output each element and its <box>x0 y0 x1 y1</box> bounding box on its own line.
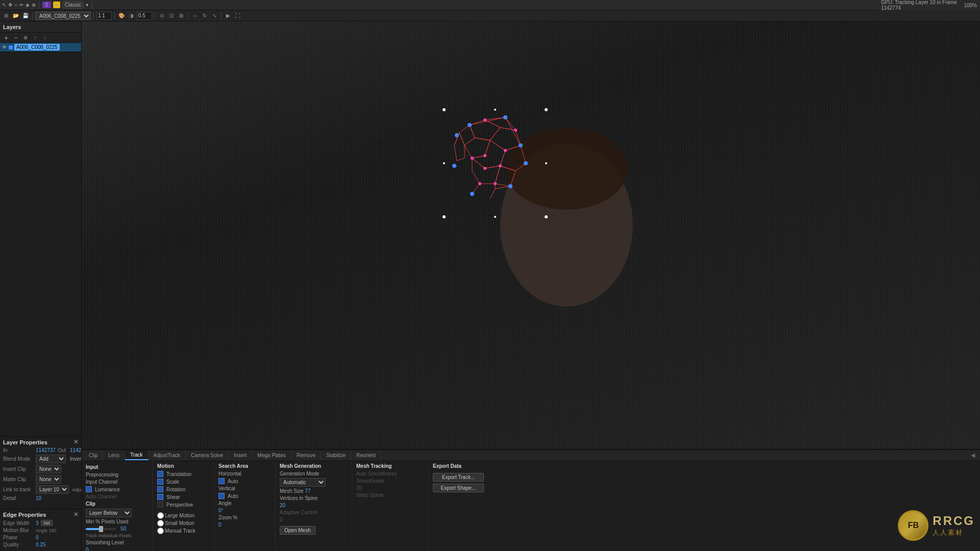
tab-megaplates[interactable]: Mega Plates <box>252 451 291 460</box>
zoom-label: Zoom % <box>218 515 237 520</box>
link-to-track-select[interactable]: Layer 10 <box>36 485 69 494</box>
move-down-icon[interactable]: ↓ <box>41 34 49 42</box>
wireframe-icon[interactable]: ⊡ <box>167 12 176 20</box>
tab-lens[interactable]: Lens <box>103 451 125 460</box>
tool-icon[interactable]: ↖ <box>2 2 6 8</box>
color-icon[interactable]: 🎨 <box>117 12 126 20</box>
adjust-icon[interactable]: ◑ <box>127 12 135 20</box>
transform-icon[interactable]: ↔ <box>191 12 199 20</box>
tab-track[interactable]: Track <box>125 450 149 460</box>
shear-checkbox[interactable] <box>157 494 163 500</box>
in-label: In <box>3 447 34 453</box>
rotate-icon[interactable]: ↻ <box>201 12 209 20</box>
close-layer-props-icon[interactable]: ✕ <box>74 439 78 445</box>
matte-clip-select[interactable]: None <box>36 475 61 484</box>
open-icon[interactable]: 📂 <box>12 12 20 20</box>
dup-layer-icon[interactable]: ⊕ <box>21 34 30 42</box>
angle-label: Angle <box>218 500 232 506</box>
fullscreen-icon[interactable]: ⛶ <box>234 12 242 20</box>
zoom-input[interactable] <box>96 12 112 20</box>
vertices-val[interactable]: 20 <box>280 503 285 508</box>
mode-dropdown[interactable]: Classic <box>62 1 84 9</box>
tool-icon3[interactable]: ○ <box>14 2 17 8</box>
blend-mode-select[interactable]: Add Normal <box>36 455 66 463</box>
save-icon[interactable]: 💾 <box>21 12 30 20</box>
svg-point-42 <box>483 167 486 170</box>
min-pixels-slider[interactable] <box>86 528 116 530</box>
in-value[interactable]: 1142737 <box>36 447 56 453</box>
mode-arrow[interactable]: ▾ <box>86 2 88 8</box>
new-icon[interactable]: ⊞ <box>2 12 10 20</box>
mesh-size-val[interactable]: 77 <box>305 488 310 494</box>
tab-insert[interactable]: Insert <box>229 451 252 460</box>
layer-eye-icon[interactable]: 👁 <box>2 44 7 50</box>
view-icon[interactable]: ⊙ <box>158 12 166 20</box>
export-shape-btn[interactable]: Export Shape... <box>433 484 484 492</box>
translation-checkbox[interactable] <box>157 471 163 477</box>
add-layer-icon[interactable]: + <box>2 34 10 42</box>
export-track-btn[interactable]: Export Track... <box>433 473 484 482</box>
preprocessing-row: Preprocessing <box>86 472 149 478</box>
manual-track-radio[interactable]: Manual Track <box>157 528 210 534</box>
svg-point-33 <box>470 192 474 196</box>
large-motion-radio[interactable]: Large Motion <box>157 512 210 519</box>
play-icon[interactable]: ▶ <box>224 12 232 20</box>
quality-value[interactable]: 0.25 <box>36 542 45 547</box>
tab-adjusttrack[interactable]: AdjustTrack <box>149 451 186 460</box>
tool-icon2[interactable]: ✥ <box>8 2 12 8</box>
svg-point-31 <box>524 161 528 165</box>
clip-dropdown[interactable]: A006_C008_0225 <box>35 12 91 20</box>
collapse-params-icon[interactable]: ◀ <box>968 452 978 459</box>
luminance-checkbox[interactable] <box>86 486 92 492</box>
tab-clip[interactable]: Clip <box>84 451 103 460</box>
tool-icon5[interactable]: ◈ <box>26 2 30 8</box>
tab-reorient[interactable]: Reorient <box>351 451 381 460</box>
svg-point-9 <box>443 162 445 164</box>
gen-mode-select[interactable]: Automatic Manual <box>280 478 326 487</box>
auto-smooth-row: Auto Smoothness <box>356 471 424 477</box>
open-mesh-btn[interactable]: Open Mesh <box>280 526 315 535</box>
main-layout: Layers + − ⊕ ↑ ↓ 👁 A006_C008_0225 Layer … <box>0 21 980 551</box>
tab-camerasolve[interactable]: Camera Solve <box>186 451 229 460</box>
zoom-level: 100% <box>964 3 977 8</box>
edge-width-value[interactable]: 3 <box>36 520 39 526</box>
smoothing-value[interactable]: 0 <box>86 547 89 551</box>
perspective-label: Perspective <box>166 502 193 508</box>
scale-checkbox[interactable] <box>157 479 163 485</box>
vertical-auto-check[interactable] <box>218 493 225 499</box>
angle-val[interactable]: 0° <box>218 508 224 513</box>
move-up-icon[interactable]: ↑ <box>31 34 39 42</box>
logo-brand: RRCG <box>933 514 975 528</box>
horizontal-auto-check[interactable] <box>218 478 225 484</box>
small-motion-input[interactable] <box>157 520 164 527</box>
insert-clip-select[interactable]: None <box>36 465 61 473</box>
perspective-checkbox[interactable] <box>157 502 163 508</box>
scale-icon[interactable]: ⤡ <box>210 12 218 20</box>
set-btn[interactable]: Set <box>41 520 53 526</box>
layer-below-select[interactable]: Layer Below <box>86 509 132 517</box>
mesh-size-label: Mesh Size 77 <box>280 488 311 494</box>
detail-value[interactable]: 10 <box>36 495 41 501</box>
small-motion-radio[interactable]: Small Motion <box>157 520 210 527</box>
tool-icon4[interactable]: ✏ <box>19 2 23 8</box>
min-pixels-val[interactable]: 50 <box>120 526 126 532</box>
tab-stabilize[interactable]: Stabilize <box>321 451 351 460</box>
vertical-label: Vertical <box>218 486 235 491</box>
grid-icon[interactable]: ⊞ <box>177 12 185 20</box>
zoom-val[interactable]: 0 <box>218 522 222 528</box>
svg-point-4 <box>443 108 446 111</box>
del-layer-icon[interactable]: − <box>12 34 20 42</box>
large-motion-input[interactable] <box>157 512 164 519</box>
smoothing-level-label: Smoothing Level <box>86 540 124 545</box>
svg-point-39 <box>483 154 486 157</box>
min-pixels-thumb[interactable] <box>99 526 103 532</box>
manual-track-input[interactable] <box>157 528 164 534</box>
phase-value[interactable]: 0 <box>36 535 39 540</box>
rotation-checkbox[interactable] <box>157 486 163 492</box>
tab-remove[interactable]: Remove <box>291 451 321 460</box>
gamma-input[interactable] <box>137 12 152 20</box>
link-to-track-label: Link to track <box>3 487 34 492</box>
layer-item[interactable]: 👁 A006_C008_0225 <box>0 43 81 52</box>
tool-icon6[interactable]: ⊕ <box>32 2 36 8</box>
close-edge-props-icon[interactable]: ✕ <box>74 511 78 518</box>
